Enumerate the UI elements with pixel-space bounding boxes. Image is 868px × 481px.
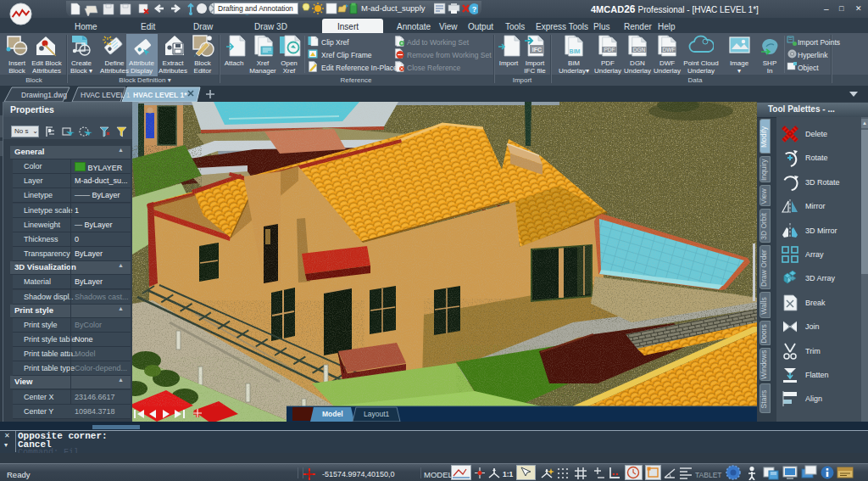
- svg-text:Model: Model: [322, 410, 343, 418]
- svg-text:HVAC LEVEL 1: HVAC LEVEL 1: [81, 91, 131, 99]
- svg-text:Layout1: Layout1: [364, 410, 390, 418]
- svg-text:DGN: DGN: [633, 47, 646, 53]
- svg-text:IFC: IFC: [532, 47, 542, 53]
- svg-text:PDF: PDF: [604, 47, 615, 53]
- svg-text:?: ?: [472, 5, 477, 14]
- svg-text:BIM: BIM: [570, 48, 581, 54]
- svg-text:HVAC LEVEL 1*: HVAC LEVEL 1*: [133, 91, 187, 99]
- svg-text:Drawing1.dwg: Drawing1.dwg: [21, 91, 67, 99]
- svg-text:DWF: DWF: [663, 47, 676, 53]
